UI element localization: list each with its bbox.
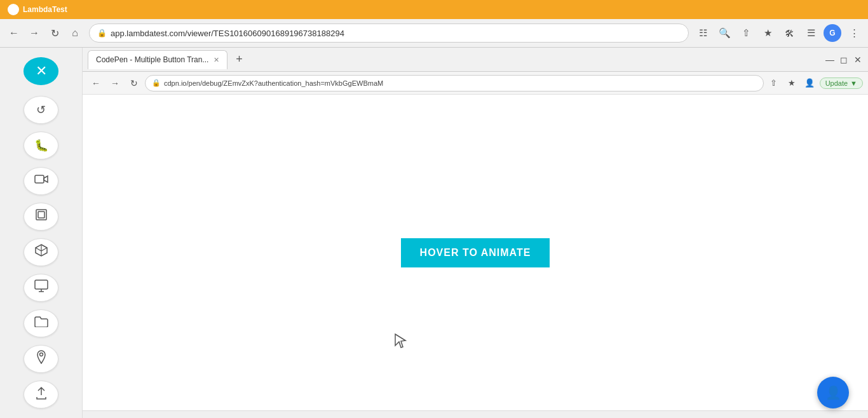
inner-address-bar[interactable]: 🔒 cdpn.io/pen/debug/ZEmvZxK?authenticati… (145, 75, 764, 91)
lambdatest-topbar: LambdaTest (0, 0, 868, 19)
video-icon (34, 173, 48, 188)
inner-right-icons: ⇧ ★ 👤 Update ▼ (766, 76, 863, 91)
reload-button[interactable]: ↻ (46, 24, 64, 42)
chrome-menu-button[interactable]: ⋮ (845, 24, 863, 42)
chrome-address-bar[interactable]: 🔒 app.lambdatest.com/viewer/TES101606090… (89, 24, 689, 43)
update-label: Update (825, 79, 848, 87)
inner-reload-button[interactable]: ↻ (126, 75, 142, 91)
upload-icon (36, 386, 47, 403)
inner-profile-icon[interactable]: 👤 (802, 76, 817, 91)
chrome-right-icons: ☷ 🔍 ⇧ ★ 🛠 ☰ G ⋮ (694, 24, 863, 42)
refresh-icon: ↺ (36, 103, 46, 117)
inner-share-icon[interactable]: ⇧ (766, 76, 782, 91)
hover-animate-label: HOVER TO ANIMATE (420, 247, 531, 258)
extension-button[interactable]: 🛠 (780, 24, 798, 42)
window-close-button[interactable]: ✕ (853, 55, 863, 65)
inner-lock-icon: 🔒 (152, 79, 161, 87)
chrome-nav-buttons: ← → ↻ ⌂ (5, 24, 84, 42)
floating-action-button[interactable]: 👤 (817, 377, 849, 408)
svg-point-4 (39, 353, 43, 356)
tab-close-button[interactable]: ✕ (214, 56, 219, 64)
main-layout: ✕ ↺ 🐛 (0, 48, 868, 418)
new-tab-button[interactable]: + (231, 52, 247, 67)
mouse-cursor (394, 333, 407, 348)
svg-rect-0 (35, 175, 44, 183)
cube-icon (34, 243, 48, 260)
inner-address-text: cdpn.io/pen/debug/ZEmvZxK?authentication… (164, 79, 383, 87)
maximize-button[interactable]: ◻ (839, 55, 849, 65)
floating-action-icon: 👤 (825, 385, 841, 400)
layers-button[interactable] (24, 203, 58, 231)
inner-tab-bar: CodePen - Multiple Button Tran... ✕ + — … (83, 48, 868, 72)
update-chevron: ▼ (850, 79, 857, 87)
left-sidebar: ✕ ↺ 🐛 (0, 48, 83, 418)
lt-logo: LambdaTest (8, 4, 67, 15)
sidebar-toggle-button[interactable]: ☰ (802, 24, 820, 42)
tab-title: CodePen - Multiple Button Tran... (96, 55, 208, 64)
lt-logo-text: LambdaTest (23, 5, 67, 14)
close-icon: ✕ (36, 63, 47, 79)
lock-icon: 🔒 (97, 29, 107, 37)
location-icon (36, 350, 47, 367)
video-record-button[interactable] (24, 167, 58, 195)
inner-forward-button[interactable]: → (107, 75, 123, 91)
hover-animate-button[interactable]: HOVER TO ANIMATE (401, 238, 550, 267)
share-upload-button[interactable] (24, 381, 58, 408)
lt-logo-icon (8, 4, 19, 15)
svg-rect-2 (38, 212, 44, 218)
monitor-icon (34, 280, 48, 295)
chrome-browser-bar: ← → ↻ ⌂ 🔒 app.lambdatest.com/viewer/TES1… (0, 19, 868, 48)
back-button[interactable]: ← (5, 24, 23, 42)
close-session-button[interactable]: ✕ (24, 57, 58, 85)
monitor-button[interactable] (24, 274, 58, 302)
refresh-button[interactable]: ↺ (24, 96, 58, 124)
active-browser-tab[interactable]: CodePen - Multiple Button Tran... ✕ (88, 50, 227, 69)
update-button[interactable]: Update ▼ (820, 78, 863, 89)
google-apps-button[interactable]: ☷ (694, 24, 712, 42)
profile-avatar[interactable]: G (824, 24, 841, 42)
inner-back-button[interactable]: ← (88, 75, 104, 91)
inner-browser-window: CodePen - Multiple Button Tran... ✕ + — … (83, 48, 868, 418)
bottom-scrollbar[interactable] (83, 410, 868, 418)
bug-icon: 🐛 (34, 138, 48, 152)
minimize-button[interactable]: — (825, 55, 835, 65)
chrome-address-text: app.lambdatest.com/viewer/TES10160609016… (111, 29, 344, 38)
layers-icon (34, 208, 48, 225)
folder-icon (34, 316, 48, 330)
cube-button[interactable] (24, 238, 58, 266)
zoom-button[interactable]: 🔍 (715, 24, 733, 42)
bookmark-button[interactable]: ★ (759, 24, 776, 42)
bug-report-button[interactable]: 🐛 (24, 131, 58, 159)
content-area: HOVER TO ANIMATE (83, 95, 868, 410)
folder-button[interactable] (24, 309, 58, 337)
forward-button[interactable]: → (25, 24, 43, 42)
home-button[interactable]: ⌂ (66, 24, 84, 42)
share-button[interactable]: ⇧ (737, 24, 755, 42)
inner-browser-controls: ← → ↻ 🔒 cdpn.io/pen/debug/ZEmvZxK?authen… (83, 72, 868, 95)
window-controls: — ◻ ✕ (825, 55, 863, 65)
inner-bookmark-icon[interactable]: ★ (784, 76, 799, 91)
location-button[interactable] (24, 345, 58, 373)
svg-rect-3 (35, 280, 48, 289)
new-tab-icon: + (236, 53, 243, 66)
